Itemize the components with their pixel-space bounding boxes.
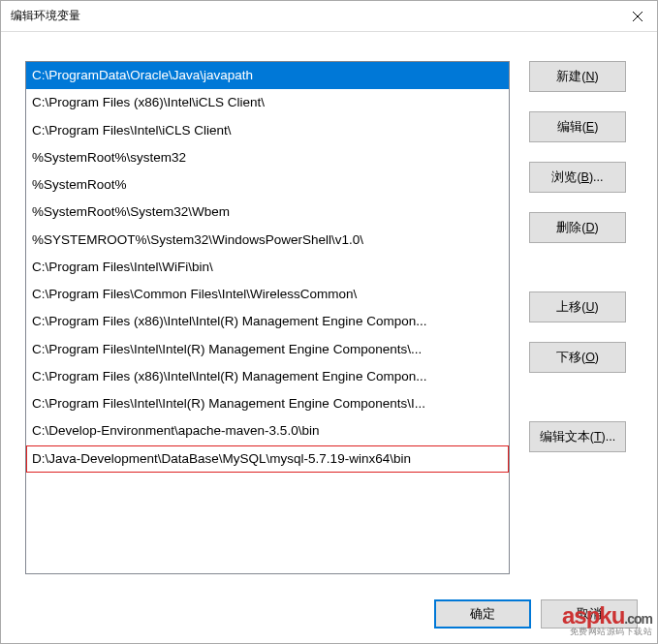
list-item[interactable]: C:\Program Files (x86)\Intel\Intel(R) Ma… <box>26 308 509 335</box>
edit-button[interactable]: 编辑(E) <box>529 111 626 142</box>
spacer <box>529 262 626 272</box>
button-column: 新建(N) 编辑(E) 浏览(B)... 删除(D) 上移(U) 下移(O) 编… <box>529 61 626 585</box>
list-item[interactable]: C:\Program Files\Intel\iCLS Client\ <box>26 117 509 144</box>
delete-button[interactable]: 删除(D) <box>529 212 626 243</box>
list-item[interactable]: D:\Java-Development\DataBase\MySQL\mysql… <box>26 445 509 473</box>
list-item[interactable]: %SystemRoot%\system32 <box>26 144 509 171</box>
close-icon <box>633 12 642 21</box>
spacer <box>529 392 626 402</box>
cancel-button[interactable]: 取消 <box>541 599 638 629</box>
dialog-window: 编辑环境变量 C:\ProgramData\Oracle\Java\javapa… <box>0 0 658 644</box>
list-item[interactable]: C:\Develop-Environment\apache-maven-3.5.… <box>26 417 509 445</box>
browse-button[interactable]: 浏览(B)... <box>529 162 626 193</box>
edit-text-button[interactable]: 编辑文本(T)... <box>529 421 626 452</box>
ok-button[interactable]: 确定 <box>434 599 531 629</box>
list-item[interactable]: %SystemRoot% <box>26 171 509 199</box>
list-item[interactable]: C:\Program Files\Intel\Intel(R) Manageme… <box>26 336 509 363</box>
window-title: 编辑环境变量 <box>11 8 618 24</box>
list-item[interactable]: %SYSTEMROOT%\System32\WindowsPowerShell\… <box>26 227 509 254</box>
list-item[interactable]: C:\Program Files\Intel\WiFi\bin\ <box>26 254 509 281</box>
list-item[interactable]: C:\ProgramData\Oracle\Java\javapath <box>26 62 509 89</box>
move-up-button[interactable]: 上移(U) <box>529 291 626 322</box>
new-button[interactable]: 新建(N) <box>529 61 626 92</box>
list-item[interactable]: C:\Program Files (x86)\Intel\Intel(R) Ma… <box>26 363 509 390</box>
list-item[interactable]: %SystemRoot%\System32\Wbem <box>26 199 509 226</box>
list-item[interactable]: C:\Program Files (x86)\Intel\iCLS Client… <box>26 89 509 116</box>
content-area: C:\ProgramData\Oracle\Java\javapathC:\Pr… <box>1 32 657 599</box>
path-list[interactable]: C:\ProgramData\Oracle\Java\javapathC:\Pr… <box>25 61 510 574</box>
list-item[interactable]: C:\Program Files\Intel\Intel(R) Manageme… <box>26 390 509 417</box>
move-down-button[interactable]: 下移(O) <box>529 342 626 373</box>
list-item[interactable]: C:\Program Files\Common Files\Intel\Wire… <box>26 281 509 308</box>
footer: 确定 取消 <box>1 599 657 643</box>
title-bar: 编辑环境变量 <box>1 1 657 32</box>
close-button[interactable] <box>618 1 657 32</box>
